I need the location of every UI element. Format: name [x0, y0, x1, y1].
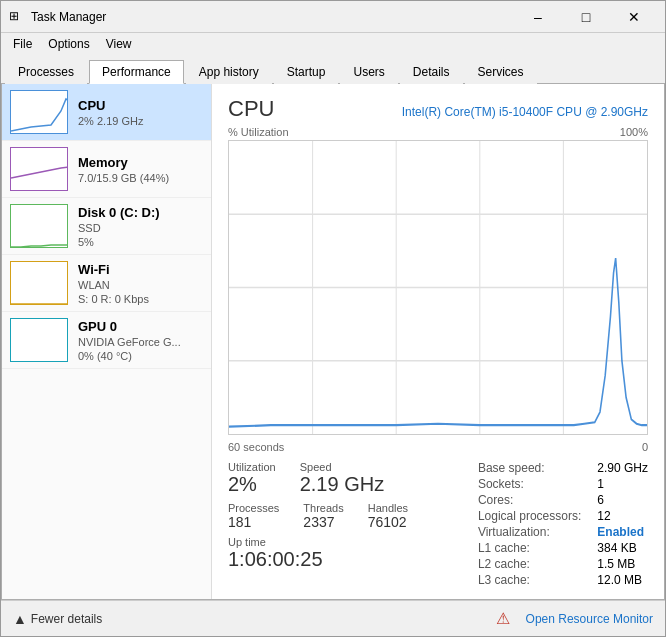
l1-value: 384 KB [597, 541, 648, 555]
chevron-up-icon: ▲ [13, 611, 27, 627]
window-controls: – □ ✕ [515, 1, 657, 33]
gpu-name: GPU 0 [78, 319, 203, 334]
specs-panel: Base speed: 2.90 GHz Sockets: 1 Cores: 6… [478, 461, 648, 587]
tab-services[interactable]: Services [465, 60, 537, 84]
chart-y-max: 100% [620, 126, 648, 138]
virt-value: Enabled [597, 525, 648, 539]
open-resource-monitor-link[interactable]: Open Resource Monitor [526, 612, 653, 626]
content-area: CPU 2% 2.19 GHz Memory 7.0/15.9 GB (44%) [1, 84, 665, 600]
stats-row-1: Utilization 2% Speed 2.19 GHz [228, 461, 478, 496]
maximize-button[interactable]: □ [563, 1, 609, 33]
monitor-icon: ⚠ [496, 609, 510, 628]
gpu-thumb [10, 318, 68, 362]
sidebar-item-wifi[interactable]: Wi-Fi WLAN S: 0 R: 0 Kbps [2, 255, 211, 312]
logical-label: Logical processors: [478, 509, 581, 523]
wifi-detail2: S: 0 R: 0 Kbps [78, 293, 203, 305]
handles-label: Handles [368, 502, 408, 514]
disk-thumb [10, 204, 68, 248]
stat-uptime: Up time 1:06:00:25 [228, 536, 478, 571]
cpu-thumb [10, 90, 68, 134]
l3-label: L3 cache: [478, 573, 581, 587]
cpu-model: Intel(R) Core(TM) i5-10400F CPU @ 2.90GH… [402, 105, 648, 119]
memory-name: Memory [78, 155, 203, 170]
disk-info: Disk 0 (C: D:) SSD 5% [78, 205, 203, 248]
virt-label: Virtualization: [478, 525, 581, 539]
chart-label-bottom: 60 seconds 0 [228, 441, 648, 453]
uptime-label: Up time [228, 536, 478, 548]
utilization-value: 2% [228, 473, 276, 496]
disk-detail1: SSD [78, 222, 203, 234]
stat-processes: Processes 181 [228, 502, 279, 530]
main-panel: CPU Intel(R) Core(TM) i5-10400F CPU @ 2.… [212, 84, 664, 599]
cpu-header: CPU Intel(R) Core(TM) i5-10400F CPU @ 2.… [228, 96, 648, 122]
cores-label: Cores: [478, 493, 581, 507]
tab-processes[interactable]: Processes [5, 60, 87, 84]
sidebar-item-disk[interactable]: Disk 0 (C: D:) SSD 5% [2, 198, 211, 255]
chart-x-label: 60 seconds [228, 441, 284, 453]
cpu-title: CPU [228, 96, 274, 122]
title-bar: ⊞ Task Manager – □ ✕ [1, 1, 665, 33]
threads-label: Threads [303, 502, 343, 514]
logical-value: 12 [597, 509, 648, 523]
cpu-name: CPU [78, 98, 203, 113]
l2-label: L2 cache: [478, 557, 581, 571]
chart-y-label: % Utilization [228, 126, 289, 138]
sockets-label: Sockets: [478, 477, 581, 491]
menu-options[interactable]: Options [40, 35, 97, 53]
bottom-bar: ▲ Fewer details ⚠ Open Resource Monitor [1, 600, 665, 636]
disk-detail2: 5% [78, 236, 203, 248]
tab-bar: Processes Performance App history Startu… [1, 55, 665, 84]
disk-name: Disk 0 (C: D:) [78, 205, 203, 220]
app-icon: ⊞ [9, 9, 25, 25]
l1-label: L1 cache: [478, 541, 581, 555]
processes-value: 181 [228, 514, 279, 530]
cpu-info: CPU 2% 2.19 GHz [78, 98, 203, 127]
cpu-chart [228, 140, 648, 435]
handles-value: 76102 [368, 514, 408, 530]
menu-bar: File Options View [1, 33, 665, 55]
memory-thumb [10, 147, 68, 191]
threads-value: 2337 [303, 514, 343, 530]
stats-row-2: Processes 181 Threads 2337 Handles 76102 [228, 502, 478, 530]
memory-info: Memory 7.0/15.9 GB (44%) [78, 155, 203, 184]
wifi-info: Wi-Fi WLAN S: 0 R: 0 Kbps [78, 262, 203, 305]
close-button[interactable]: ✕ [611, 1, 657, 33]
l3-value: 12.0 MB [597, 573, 648, 587]
fewer-details-label: Fewer details [31, 612, 102, 626]
stat-handles: Handles 76102 [368, 502, 408, 530]
wifi-name: Wi-Fi [78, 262, 203, 277]
gpu-info: GPU 0 NVIDIA GeForce G... 0% (40 °C) [78, 319, 203, 362]
tab-performance[interactable]: Performance [89, 60, 184, 84]
uptime-value: 1:06:00:25 [228, 548, 478, 571]
cpu-detail: 2% 2.19 GHz [78, 115, 203, 127]
wifi-detail1: WLAN [78, 279, 203, 291]
speed-label: Speed [300, 461, 384, 473]
tab-details[interactable]: Details [400, 60, 463, 84]
gpu-detail2: 0% (40 °C) [78, 350, 203, 362]
fewer-details-button[interactable]: ▲ Fewer details [13, 611, 102, 627]
sidebar-item-cpu[interactable]: CPU 2% 2.19 GHz [2, 84, 211, 141]
menu-view[interactable]: View [98, 35, 140, 53]
sidebar-item-gpu[interactable]: GPU 0 NVIDIA GeForce G... 0% (40 °C) [2, 312, 211, 369]
sidebar-item-memory[interactable]: Memory 7.0/15.9 GB (44%) [2, 141, 211, 198]
processes-label: Processes [228, 502, 279, 514]
gpu-detail1: NVIDIA GeForce G... [78, 336, 203, 348]
chart-label-top: % Utilization 100% [228, 126, 648, 138]
tab-startup[interactable]: Startup [274, 60, 339, 84]
cores-value: 6 [597, 493, 648, 507]
minimize-button[interactable]: – [515, 1, 561, 33]
memory-detail: 7.0/15.9 GB (44%) [78, 172, 203, 184]
stat-utilization: Utilization 2% [228, 461, 276, 496]
tab-app-history[interactable]: App history [186, 60, 272, 84]
wifi-thumb [10, 261, 68, 305]
window-title: Task Manager [31, 10, 515, 24]
menu-file[interactable]: File [5, 35, 40, 53]
speed-value: 2.19 GHz [300, 473, 384, 496]
utilization-label: Utilization [228, 461, 276, 473]
base-speed-label: Base speed: [478, 461, 581, 475]
base-speed-value: 2.90 GHz [597, 461, 648, 475]
chart-x-max: 0 [642, 441, 648, 453]
tab-users[interactable]: Users [340, 60, 397, 84]
l2-value: 1.5 MB [597, 557, 648, 571]
stat-threads: Threads 2337 [303, 502, 343, 530]
